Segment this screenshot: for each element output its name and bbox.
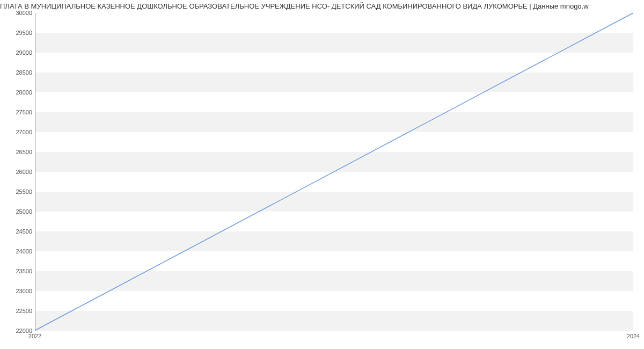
y-tick-label: 27000: [3, 129, 32, 135]
chart-title: ПЛАТА В МУНИЦИПАЛЬНОЕ КАЗЕННОЕ ДОШКОЛЬНО…: [0, 0, 644, 11]
y-tick-label: 28000: [3, 89, 32, 96]
plot-area: [35, 13, 633, 331]
x-tick-label: 2022: [28, 333, 41, 339]
y-tick-label: 28500: [3, 69, 32, 76]
y-tick-label: 29500: [3, 30, 32, 36]
y-tick-label: 27500: [3, 109, 32, 115]
y-tick-label: 23500: [3, 268, 32, 274]
y-tick-label: 29000: [3, 49, 32, 56]
chart-container: ПЛАТА В МУНИЦИПАЛЬНОЕ КАЗЕННОЕ ДОШКОЛЬНО…: [0, 0, 644, 349]
y-tick-label: 26000: [3, 169, 32, 175]
y-tick-label: 22000: [3, 328, 32, 334]
data-line: [35, 13, 633, 330]
x-tick-label: 2024: [627, 333, 640, 339]
y-tick-label: 24500: [3, 228, 32, 235]
y-tick-label: 25500: [3, 188, 32, 195]
y-tick-label: 22500: [3, 308, 32, 314]
y-tick-label: 26500: [3, 149, 32, 155]
y-tick-label: 25000: [3, 208, 32, 215]
line-svg: [35, 13, 633, 330]
y-tick-label: 24000: [3, 248, 32, 255]
y-tick-label: 30000: [3, 10, 32, 16]
y-tick-label: 23000: [3, 288, 32, 294]
